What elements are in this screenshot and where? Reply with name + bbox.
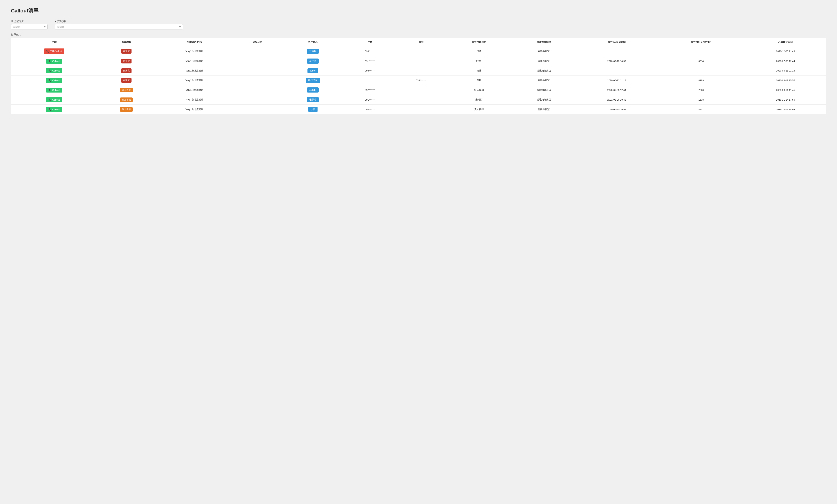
table-row: 📞 Callout自來電Very1台北旗艦店蔡小明091*******未撥打署後… xyxy=(11,56,826,66)
customer-name-cell-2: 蔡小明 xyxy=(281,56,344,66)
hours-since-cell-6: 1638 xyxy=(657,95,745,105)
customer-name-badge[interactable]: 蔡小明 xyxy=(307,58,319,64)
category-badge: 自來電 xyxy=(121,59,131,64)
category-badge: 線上客服 xyxy=(120,88,132,92)
last-callout-time-cell-1 xyxy=(576,46,657,56)
table-row: 📞 Callout自來電Very1台北旗艦店Jason098*******接通當… xyxy=(11,66,826,75)
action-cell-5: 📞 Callout xyxy=(11,85,97,95)
assign-date-cell-3 xyxy=(234,66,281,75)
table-body: 📞 中斷Callout自來電Very1台北旗艦店江雪琪098*******接通署… xyxy=(11,46,826,114)
created-date-cell-6: 2019-11-14 17:59 xyxy=(745,95,826,105)
customer-name-cell-5: 林心怡 xyxy=(281,85,344,95)
callout-button[interactable]: 📞 Callout xyxy=(46,107,62,112)
category-cell-7: 線上客服 xyxy=(97,105,156,114)
col-header-2: 分配分店/門市 xyxy=(156,38,234,46)
created-date-cell-5: 2020-03-11 11:45 xyxy=(745,85,826,95)
col-header-8: 最後撥打結果 xyxy=(512,38,576,46)
last-call-result-cell-1: 署後再聯繫 xyxy=(512,46,576,56)
created-date-cell-4: 2020-06-17 15:55 xyxy=(745,75,826,85)
table-row: 📞 中斷Callout自來電Very1台北旗艦店江雪琪098*******接通署… xyxy=(11,46,826,56)
col-header-0: 功能 xyxy=(11,38,97,46)
topic-filter-select[interactable]: 請選擇 xyxy=(55,24,183,30)
store-cell-3: Very1台北旗艦店 xyxy=(156,66,234,75)
customer-name-badge[interactable]: Jason xyxy=(307,68,318,73)
assign-date-cell-6 xyxy=(234,95,281,105)
customer-name-badge[interactable]: 科技公司 xyxy=(306,78,320,83)
store-cell-1: Very1台北旗艦店 xyxy=(156,46,234,56)
customer-name-badge[interactable]: 林心怡 xyxy=(307,87,319,92)
category-cell-1: 自來電 xyxy=(97,46,156,56)
category-badge: 線上客服 xyxy=(120,97,132,102)
last-callout-time-cell-7: 2020-06-20 16:52 xyxy=(576,105,657,114)
action-cell-2: 📞 Callout xyxy=(11,56,97,66)
page-title: Callout清單 xyxy=(11,7,826,14)
action-cell-6: 📞 Callout xyxy=(11,95,97,105)
mobile-cell-2: 091******* xyxy=(344,56,396,66)
callout-button[interactable]: 📞 Callout xyxy=(46,88,62,92)
phone-icon: 📞 xyxy=(49,98,52,101)
result-count: 結單數: 7 xyxy=(11,33,826,36)
store-cell-5: Very1台北旗艦店 xyxy=(156,85,234,95)
customer-name-cell-4: 科技公司 xyxy=(281,75,344,85)
assign-date-cell-2 xyxy=(234,56,281,66)
hours-since-cell-5: 7828 xyxy=(657,85,745,95)
category-badge: 自來電 xyxy=(121,68,131,73)
store-filter-select[interactable]: 請選擇 xyxy=(11,24,48,30)
last-answer-status-cell-7: 沒人接聽 xyxy=(446,105,511,114)
stop-callout-button[interactable]: 📞 中斷Callout xyxy=(44,49,64,54)
category-cell-6: 線上客服 xyxy=(97,95,156,105)
phone-cell-6 xyxy=(396,95,447,105)
callout-button[interactable]: 📞 Callout xyxy=(46,97,62,102)
callout-table: 功能名單種類分配分店/門市分配日期客戶姓名手機電話最後接聽狀態最後撥打結果最近C… xyxy=(11,38,826,114)
action-cell-7: 📞 Callout xyxy=(11,105,97,114)
callout-button[interactable]: 📞 Callout xyxy=(46,59,62,64)
callout-button[interactable]: 📞 Callout xyxy=(46,68,62,73)
phone-icon: 📞 xyxy=(49,108,52,111)
assign-date-cell-1 xyxy=(234,46,281,56)
store-cell-4: Very1台北旗艦店 xyxy=(156,75,234,85)
phone-cell-7 xyxy=(396,105,447,114)
col-header-11: 名單建立日期 xyxy=(745,38,826,46)
last-answer-status-cell-3: 接通 xyxy=(446,66,511,75)
last-call-result-cell-6: 當通約好來店 xyxy=(512,95,576,105)
callout-button[interactable]: 📞 Callout xyxy=(46,78,62,83)
phone-cell-1 xyxy=(396,46,447,56)
table-row: 📞 Callout自來電Very1台北旗艦店科技公司026*******關機署後… xyxy=(11,75,826,85)
col-header-6: 電話 xyxy=(396,38,447,46)
store-cell-7: Very1台北旗艦店 xyxy=(156,105,234,114)
customer-name-cell-6: 張子乾 xyxy=(281,95,344,105)
mobile-cell-1: 098******* xyxy=(344,46,396,56)
assign-date-cell-5 xyxy=(234,85,281,95)
topic-filter-group: ● 諮詢項目 請選擇 xyxy=(55,20,183,30)
table-header: 功能名單種類分配分店/門市分配日期客戶姓名手機電話最後接聽狀態最後撥打結果最近C… xyxy=(11,38,826,46)
phone-cell-2 xyxy=(396,56,447,66)
assign-date-cell-7 xyxy=(234,105,281,114)
col-header-1: 名單種類 xyxy=(97,38,156,46)
topic-filter-label: ● 諮詢項目 xyxy=(55,20,183,23)
mobile-cell-3: 098******* xyxy=(344,66,396,75)
customer-name-badge[interactable]: 張子乾 xyxy=(307,97,319,102)
filters-section: 圓 分配分店 請選擇 ● 諮詢項目 請選擇 xyxy=(11,20,826,30)
store-filter-label: 圓 分配分店 xyxy=(11,20,48,23)
last-callout-time-cell-4: 2020-06-22 11:18 xyxy=(576,75,657,85)
customer-name-cell-7: 小寶 xyxy=(281,105,344,114)
hours-since-cell-3 xyxy=(657,66,745,75)
customer-name-cell-3: Jason xyxy=(281,66,344,75)
category-badge: 線上客服 xyxy=(120,107,132,112)
last-answer-status-cell-6: 未撥打 xyxy=(446,95,511,105)
last-answer-status-cell-1: 接通 xyxy=(446,46,511,56)
customer-name-badge[interactable]: 江雪琪 xyxy=(307,49,319,54)
last-call-result-cell-5: 當通約好來店 xyxy=(512,85,576,95)
last-call-result-cell-3: 當通約好來店 xyxy=(512,66,576,75)
phone-cell-4: 026******* xyxy=(396,75,447,85)
mobile-cell-7: 093******* xyxy=(344,105,396,114)
hours-since-cell-2: 6314 xyxy=(657,56,745,66)
created-date-cell-2: 2020-07-08 12:44 xyxy=(745,56,826,66)
last-callout-time-cell-2: 2020-09-10 14:39 xyxy=(576,56,657,66)
store-cell-2: Very1台北旗艦店 xyxy=(156,56,234,66)
hours-since-cell-1 xyxy=(657,46,745,56)
category-cell-3: 自來電 xyxy=(97,66,156,75)
phone-icon: 📞 xyxy=(49,69,52,72)
customer-name-badge[interactable]: 小寶 xyxy=(308,107,318,112)
last-call-result-cell-7: 署後再聯繫 xyxy=(512,105,576,114)
